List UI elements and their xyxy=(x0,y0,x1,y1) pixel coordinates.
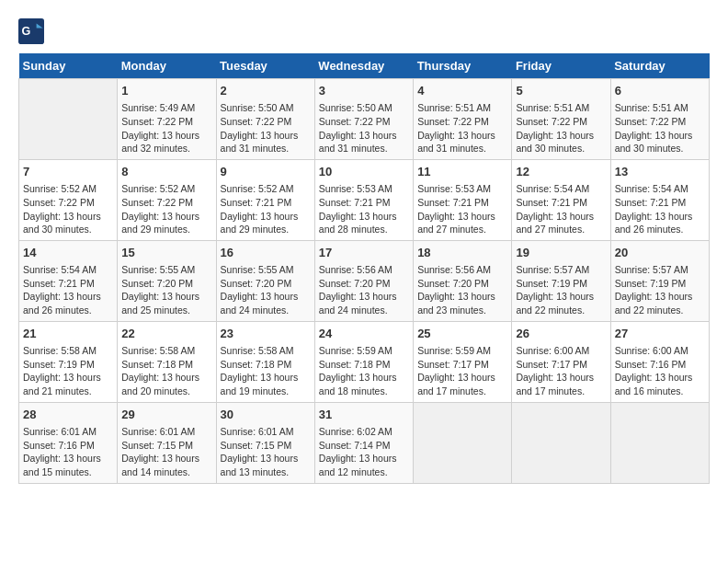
day-number: 2 xyxy=(221,83,311,99)
day-number: 28 xyxy=(23,407,113,423)
day-number: 20 xyxy=(615,245,705,261)
day-number: 14 xyxy=(23,245,113,261)
week-row-5: 28Sunrise: 6:01 AM Sunset: 7:16 PM Dayli… xyxy=(19,402,710,483)
day-content: Sunrise: 5:58 AM Sunset: 7:18 PM Dayligh… xyxy=(221,344,311,398)
day-content: Sunrise: 6:01 AM Sunset: 7:15 PM Dayligh… xyxy=(221,425,311,479)
day-cell: 19Sunrise: 5:57 AM Sunset: 7:19 PM Dayli… xyxy=(512,240,610,321)
day-content: Sunrise: 5:52 AM Sunset: 7:21 PM Dayligh… xyxy=(221,182,311,236)
day-cell: 11Sunrise: 5:53 AM Sunset: 7:21 PM Dayli… xyxy=(414,159,512,240)
day-cell: 27Sunrise: 6:00 AM Sunset: 7:16 PM Dayli… xyxy=(610,321,709,402)
day-cell: 9Sunrise: 5:52 AM Sunset: 7:21 PM Daylig… xyxy=(216,159,314,240)
day-cell: 3Sunrise: 5:50 AM Sunset: 7:22 PM Daylig… xyxy=(314,79,413,160)
day-number: 10 xyxy=(319,164,409,180)
day-number: 25 xyxy=(417,326,507,342)
day-number: 22 xyxy=(121,326,211,342)
day-cell: 1Sunrise: 5:49 AM Sunset: 7:22 PM Daylig… xyxy=(118,79,216,160)
day-cell: 8Sunrise: 5:52 AM Sunset: 7:22 PM Daylig… xyxy=(118,159,216,240)
day-content: Sunrise: 5:56 AM Sunset: 7:20 PM Dayligh… xyxy=(417,263,507,317)
day-cell xyxy=(19,79,118,160)
day-number: 4 xyxy=(417,83,507,99)
day-number: 16 xyxy=(221,245,311,261)
day-cell: 5Sunrise: 5:51 AM Sunset: 7:22 PM Daylig… xyxy=(512,79,610,160)
day-cell: 10Sunrise: 5:53 AM Sunset: 7:21 PM Dayli… xyxy=(314,159,413,240)
day-cell: 18Sunrise: 5:56 AM Sunset: 7:20 PM Dayli… xyxy=(414,240,512,321)
day-content: Sunrise: 5:55 AM Sunset: 7:20 PM Dayligh… xyxy=(121,263,211,317)
day-number: 6 xyxy=(615,83,705,99)
day-content: Sunrise: 5:56 AM Sunset: 7:20 PM Dayligh… xyxy=(319,263,409,317)
day-number: 1 xyxy=(121,83,211,99)
day-content: Sunrise: 5:53 AM Sunset: 7:21 PM Dayligh… xyxy=(417,182,507,236)
day-header-sunday: Sunday xyxy=(19,53,118,79)
day-number: 31 xyxy=(319,407,409,423)
day-number: 5 xyxy=(516,83,606,99)
day-content: Sunrise: 5:55 AM Sunset: 7:20 PM Dayligh… xyxy=(221,263,311,317)
day-content: Sunrise: 5:59 AM Sunset: 7:18 PM Dayligh… xyxy=(319,344,409,398)
day-header-thursday: Thursday xyxy=(414,53,512,79)
day-content: Sunrise: 5:54 AM Sunset: 7:21 PM Dayligh… xyxy=(516,182,606,236)
day-content: Sunrise: 5:58 AM Sunset: 7:19 PM Dayligh… xyxy=(23,344,113,398)
day-content: Sunrise: 5:54 AM Sunset: 7:21 PM Dayligh… xyxy=(23,263,113,317)
day-number: 17 xyxy=(319,245,409,261)
day-cell: 16Sunrise: 5:55 AM Sunset: 7:20 PM Dayli… xyxy=(216,240,314,321)
day-content: Sunrise: 6:00 AM Sunset: 7:16 PM Dayligh… xyxy=(615,344,705,398)
day-cell: 24Sunrise: 5:59 AM Sunset: 7:18 PM Dayli… xyxy=(314,321,413,402)
day-number: 12 xyxy=(516,164,606,180)
day-cell: 20Sunrise: 5:57 AM Sunset: 7:19 PM Dayli… xyxy=(610,240,709,321)
day-cell: 7Sunrise: 5:52 AM Sunset: 7:22 PM Daylig… xyxy=(19,159,118,240)
day-content: Sunrise: 5:53 AM Sunset: 7:21 PM Dayligh… xyxy=(319,182,409,236)
day-number: 11 xyxy=(417,164,507,180)
day-header-saturday: Saturday xyxy=(610,53,709,79)
day-cell: 4Sunrise: 5:51 AM Sunset: 7:22 PM Daylig… xyxy=(414,79,512,160)
day-content: Sunrise: 5:57 AM Sunset: 7:19 PM Dayligh… xyxy=(516,263,606,317)
day-number: 29 xyxy=(121,407,211,423)
day-cell: 15Sunrise: 5:55 AM Sunset: 7:20 PM Dayli… xyxy=(118,240,216,321)
day-header-wednesday: Wednesday xyxy=(314,53,413,79)
day-content: Sunrise: 5:50 AM Sunset: 7:22 PM Dayligh… xyxy=(319,101,409,155)
day-cell: 21Sunrise: 5:58 AM Sunset: 7:19 PM Dayli… xyxy=(19,321,118,402)
day-cell: 31Sunrise: 6:02 AM Sunset: 7:14 PM Dayli… xyxy=(314,402,413,483)
day-content: Sunrise: 6:02 AM Sunset: 7:14 PM Dayligh… xyxy=(319,425,409,479)
day-number: 7 xyxy=(23,164,113,180)
day-cell: 26Sunrise: 6:00 AM Sunset: 7:17 PM Dayli… xyxy=(512,321,610,402)
day-number: 19 xyxy=(516,245,606,261)
day-content: Sunrise: 5:54 AM Sunset: 7:21 PM Dayligh… xyxy=(615,182,705,236)
page-header: G xyxy=(18,18,710,44)
day-content: Sunrise: 5:49 AM Sunset: 7:22 PM Dayligh… xyxy=(121,101,211,155)
week-row-3: 14Sunrise: 5:54 AM Sunset: 7:21 PM Dayli… xyxy=(19,240,710,321)
day-header-tuesday: Tuesday xyxy=(216,53,314,79)
logo-icon: G xyxy=(18,18,44,44)
day-content: Sunrise: 5:57 AM Sunset: 7:19 PM Dayligh… xyxy=(615,263,705,317)
day-content: Sunrise: 5:51 AM Sunset: 7:22 PM Dayligh… xyxy=(516,101,606,155)
day-content: Sunrise: 5:59 AM Sunset: 7:17 PM Dayligh… xyxy=(417,344,507,398)
logo: G xyxy=(18,18,48,44)
day-cell xyxy=(512,402,610,483)
day-number: 3 xyxy=(319,83,409,99)
day-number: 21 xyxy=(23,326,113,342)
day-content: Sunrise: 5:51 AM Sunset: 7:22 PM Dayligh… xyxy=(417,101,507,155)
day-content: Sunrise: 6:01 AM Sunset: 7:16 PM Dayligh… xyxy=(23,425,113,479)
day-header-friday: Friday xyxy=(512,53,610,79)
day-header-monday: Monday xyxy=(118,53,216,79)
day-number: 27 xyxy=(615,326,705,342)
day-content: Sunrise: 6:01 AM Sunset: 7:15 PM Dayligh… xyxy=(121,425,211,479)
day-content: Sunrise: 6:00 AM Sunset: 7:17 PM Dayligh… xyxy=(516,344,606,398)
day-content: Sunrise: 5:51 AM Sunset: 7:22 PM Dayligh… xyxy=(615,101,705,155)
day-number: 9 xyxy=(221,164,311,180)
week-row-1: 1Sunrise: 5:49 AM Sunset: 7:22 PM Daylig… xyxy=(19,79,710,160)
week-row-4: 21Sunrise: 5:58 AM Sunset: 7:19 PM Dayli… xyxy=(19,321,710,402)
day-number: 13 xyxy=(615,164,705,180)
day-content: Sunrise: 5:52 AM Sunset: 7:22 PM Dayligh… xyxy=(23,182,113,236)
week-row-2: 7Sunrise: 5:52 AM Sunset: 7:22 PM Daylig… xyxy=(19,159,710,240)
day-cell: 12Sunrise: 5:54 AM Sunset: 7:21 PM Dayli… xyxy=(512,159,610,240)
day-number: 15 xyxy=(121,245,211,261)
day-number: 8 xyxy=(121,164,211,180)
day-cell: 17Sunrise: 5:56 AM Sunset: 7:20 PM Dayli… xyxy=(314,240,413,321)
day-number: 30 xyxy=(221,407,311,423)
day-cell: 6Sunrise: 5:51 AM Sunset: 7:22 PM Daylig… xyxy=(610,79,709,160)
day-cell: 2Sunrise: 5:50 AM Sunset: 7:22 PM Daylig… xyxy=(216,79,314,160)
day-cell: 22Sunrise: 5:58 AM Sunset: 7:18 PM Dayli… xyxy=(118,321,216,402)
day-content: Sunrise: 5:52 AM Sunset: 7:22 PM Dayligh… xyxy=(121,182,211,236)
day-number: 24 xyxy=(319,326,409,342)
day-cell: 14Sunrise: 5:54 AM Sunset: 7:21 PM Dayli… xyxy=(19,240,118,321)
day-cell xyxy=(610,402,709,483)
